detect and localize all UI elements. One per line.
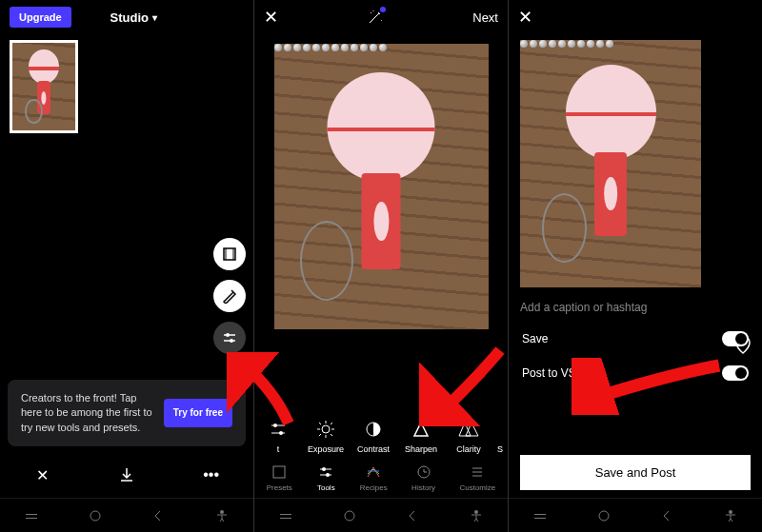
save-and-post-button[interactable]: Save and Post (520, 455, 751, 490)
promo-banner[interactable]: Creators to the front! Tap here to be am… (8, 380, 246, 446)
photo-preview (520, 40, 701, 287)
nav-back-icon[interactable] (401, 504, 424, 527)
magic-icon[interactable] (367, 9, 384, 26)
topbar: Upgrade Studio ▾ (0, 0, 253, 34)
svg-rect-25 (273, 466, 285, 478)
nav-home-icon[interactable] (592, 504, 615, 527)
nav-accessibility-icon[interactable] (465, 504, 488, 527)
toggle-switch[interactable] (722, 365, 749, 381)
tool-sharpen[interactable]: Sharpen (397, 418, 445, 454)
tab-tools[interactable]: Tools (316, 463, 335, 492)
more-icon[interactable]: ••• (196, 460, 227, 490)
toggle-switch[interactable] (722, 331, 749, 346)
svg-point-14 (279, 431, 283, 435)
nav-home-icon[interactable] (84, 504, 107, 527)
svg-line-20 (319, 423, 321, 424)
topbar: ✕ (509, 0, 762, 34)
photo-thumbnail[interactable] (10, 40, 78, 133)
screen-post: ✕ Add a caption or hashtag Save Post to … (508, 0, 762, 532)
nav-home-icon[interactable] (338, 504, 361, 527)
system-nav (509, 498, 762, 532)
edit-icon-button[interactable] (213, 280, 246, 312)
caption-input[interactable]: Add a caption or hashtag (509, 293, 762, 322)
nav-recents-icon[interactable] (20, 504, 43, 527)
svg-point-13 (273, 424, 277, 427)
svg-point-41 (599, 511, 609, 521)
film-icon-button[interactable] (213, 238, 246, 270)
nav-recents-icon[interactable] (529, 504, 551, 527)
svg-point-29 (326, 473, 330, 477)
system-nav (254, 498, 508, 532)
svg-rect-40 (534, 518, 546, 519)
tab-recipes[interactable]: Recipes (360, 463, 388, 492)
svg-point-5 (226, 333, 230, 337)
side-tool-buttons (213, 238, 246, 354)
svg-point-42 (729, 510, 732, 514)
svg-point-37 (474, 510, 478, 514)
tool-contrast[interactable]: Contrast (350, 418, 397, 454)
studio-label: Studio (110, 10, 149, 25)
bottom-tabs: Presets Tools Recipes History Customize (254, 456, 508, 498)
svg-rect-7 (26, 514, 37, 515)
svg-rect-35 (280, 518, 291, 519)
bottom-bar: ✕ ••• (0, 452, 253, 498)
photo-canvas[interactable] (274, 44, 489, 329)
nav-back-icon[interactable] (655, 504, 678, 527)
svg-line-21 (331, 434, 332, 436)
post-vsco-label: Post to VSCO (522, 366, 593, 380)
save-toggle-row[interactable]: Save (509, 322, 762, 356)
svg-point-36 (345, 511, 354, 521)
svg-point-6 (230, 339, 233, 343)
studio-dropdown[interactable]: Studio ▾ (110, 10, 157, 25)
screen-studio: Upgrade Studio ▾ Creators to the front! … (0, 0, 253, 532)
post-vsco-row[interactable]: Post to VSCO (509, 356, 762, 390)
download-icon[interactable] (111, 460, 142, 490)
topbar: ✕ Next (254, 0, 508, 34)
svg-rect-39 (534, 514, 546, 515)
svg-point-15 (322, 425, 330, 433)
banner-text: Creators to the front! Tap here to be am… (21, 391, 154, 435)
svg-line-22 (331, 423, 332, 424)
next-button[interactable]: Next (472, 10, 498, 25)
nav-recents-icon[interactable] (274, 504, 297, 527)
svg-line-23 (319, 434, 321, 436)
screen-editor: ✕ Next t Exposure Contrast Sharpen Clari… (253, 0, 508, 532)
tool-adjust[interactable]: t (254, 418, 302, 454)
sliders-icon-button[interactable] (213, 322, 246, 354)
close-icon[interactable]: ✕ (264, 7, 278, 28)
svg-rect-34 (280, 514, 291, 515)
system-nav (0, 498, 253, 532)
close-icon[interactable]: ✕ (518, 7, 532, 28)
svg-point-9 (90, 511, 100, 521)
tab-customize[interactable]: Customize (459, 463, 495, 492)
nav-back-icon[interactable] (147, 504, 170, 527)
svg-point-28 (322, 467, 326, 471)
upgrade-button[interactable]: Upgrade (10, 7, 71, 28)
tab-history[interactable]: History (411, 463, 435, 492)
adjust-tools-row: t Exposure Contrast Sharpen Clarity S (254, 418, 508, 454)
svg-point-10 (220, 510, 224, 514)
tool-more[interactable]: S (492, 418, 508, 454)
tab-presets[interactable]: Presets (267, 463, 292, 492)
nav-accessibility-icon[interactable] (211, 504, 233, 527)
tool-clarity[interactable]: Clarity (445, 418, 492, 454)
close-icon[interactable]: ✕ (27, 460, 57, 490)
tool-exposure[interactable]: Exposure (302, 418, 350, 454)
try-for-free-button[interactable]: Try for free (164, 399, 232, 427)
save-label: Save (522, 332, 548, 345)
nav-accessibility-icon[interactable] (719, 504, 742, 527)
svg-rect-8 (26, 518, 37, 519)
chevron-down-icon: ▾ (152, 12, 157, 23)
